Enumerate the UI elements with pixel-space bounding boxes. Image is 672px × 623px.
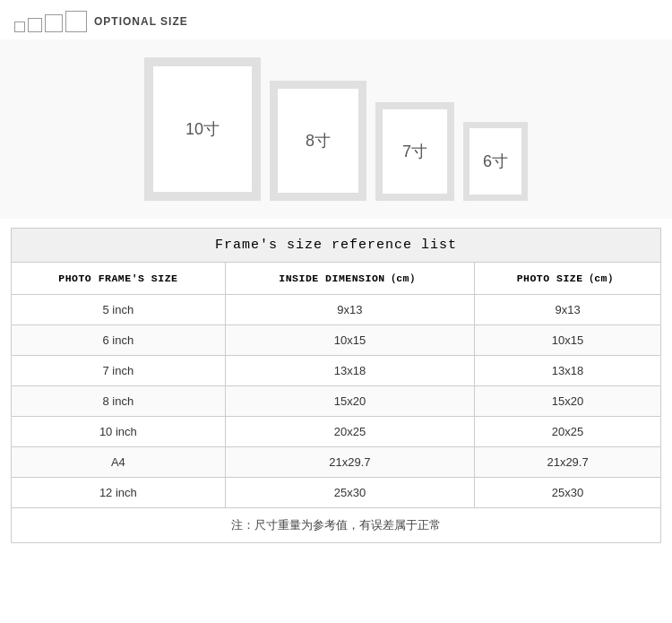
col-header-size: PHOTO FRAME'S SIZE xyxy=(12,263,226,295)
size-box-4 xyxy=(65,11,87,32)
frames-illustration: 10寸 8寸 7寸 6寸 xyxy=(0,39,672,219)
frame-6-border: 6寸 xyxy=(463,122,528,201)
frame-8-inner: 8寸 xyxy=(278,89,358,193)
table-row: 5 inch9x139x13 xyxy=(12,295,661,325)
frame-10: 10寸 xyxy=(144,57,261,201)
cell-photo-size: 10x15 xyxy=(475,325,661,356)
table-section: Frame's size reference list PHOTO FRAME'… xyxy=(0,219,672,552)
table-row: 6 inch10x1510x15 xyxy=(12,325,661,356)
frame-7-inner: 7寸 xyxy=(383,109,447,194)
frame-10-border: 10寸 xyxy=(144,57,261,201)
frame-10-inner: 10寸 xyxy=(153,66,252,192)
cell-photo-size: 13x18 xyxy=(475,356,661,386)
cell-frame-size: 10 inch xyxy=(12,417,226,447)
size-box-3 xyxy=(45,14,63,32)
cell-photo-size: 20x25 xyxy=(475,417,661,447)
cell-photo-size: 15x20 xyxy=(475,386,661,417)
cell-inside-dim: 13x18 xyxy=(225,356,474,386)
table-row: 10 inch20x2520x25 xyxy=(12,417,661,447)
frame-7-border: 7寸 xyxy=(375,102,454,201)
cell-inside-dim: 21x29.7 xyxy=(225,447,474,478)
frame-7: 7寸 xyxy=(375,102,454,201)
frame-8-border: 8寸 xyxy=(270,81,366,201)
cell-frame-size: A4 xyxy=(12,447,226,478)
size-box-1 xyxy=(14,22,25,32)
cell-inside-dim: 15x20 xyxy=(225,386,474,417)
frame-8: 8寸 xyxy=(270,81,366,201)
cell-inside-dim: 20x25 xyxy=(225,417,474,447)
table-row: 7 inch13x1813x18 xyxy=(12,356,661,386)
cell-frame-size: 8 inch xyxy=(12,386,226,417)
table-title: Frame's size reference list xyxy=(12,229,661,263)
note-text: 注：尺寸重量为参考值，有误差属于正常 xyxy=(12,508,661,543)
frame-6: 6寸 xyxy=(463,122,528,201)
frame-6-inner: 6寸 xyxy=(470,128,521,195)
cell-inside-dim: 25x30 xyxy=(225,478,474,508)
table-row: 12 inch25x3025x30 xyxy=(12,478,661,508)
table-row: A421x29.721x29.7 xyxy=(12,447,661,478)
table-row: 8 inch15x2015x20 xyxy=(12,386,661,417)
frame-8-label: 8寸 xyxy=(306,130,331,151)
frame-10-label: 10寸 xyxy=(185,118,220,140)
note-row: 注：尺寸重量为参考值，有误差属于正常 xyxy=(12,508,661,543)
cell-inside-dim: 9x13 xyxy=(225,295,474,325)
optional-size-label: OPTIONAL SIZE xyxy=(94,15,188,28)
cell-frame-size: 6 inch xyxy=(12,325,226,356)
frame-6-label: 6寸 xyxy=(483,151,508,172)
cell-frame-size: 5 inch xyxy=(12,295,226,325)
cell-photo-size: 21x29.7 xyxy=(475,447,661,478)
col-header-photo: PHOTO SIZE（cm） xyxy=(475,263,661,295)
size-reference-table: Frame's size reference list PHOTO FRAME'… xyxy=(11,228,661,543)
cell-photo-size: 25x30 xyxy=(475,478,661,508)
cell-inside-dim: 10x15 xyxy=(225,325,474,356)
frame-7-label: 7寸 xyxy=(402,141,427,162)
size-box-2 xyxy=(28,18,42,32)
cell-frame-size: 12 inch xyxy=(12,478,226,508)
header-section: OPTIONAL SIZE xyxy=(0,0,672,39)
cell-frame-size: 7 inch xyxy=(12,356,226,386)
col-header-inside: INSIDE DIMENSION（cm） xyxy=(225,263,474,295)
size-boxes-icon xyxy=(14,11,87,32)
cell-photo-size: 9x13 xyxy=(475,295,661,325)
